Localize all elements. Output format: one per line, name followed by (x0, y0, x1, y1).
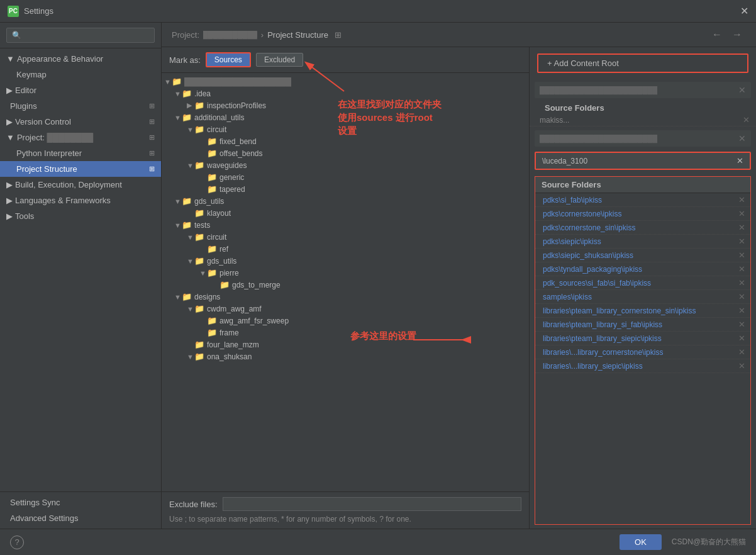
folder-icon: 📁 (194, 340, 204, 349)
tree-node[interactable]: 📁 four_lane_mzm (162, 339, 529, 350)
close-icon[interactable]: ✕ (738, 334, 745, 343)
tree-node[interactable]: 📁 generic (162, 171, 529, 183)
sidebar-item-editor[interactable]: ▶ Editor (0, 82, 161, 98)
sidebar-item-keymap[interactable]: Keymap (0, 67, 161, 82)
ok-button[interactable]: OK (620, 534, 662, 550)
close-icon[interactable]: ✕ (738, 195, 745, 205)
close-button[interactable]: ✕ (740, 5, 748, 17)
help-button[interactable]: ? (10, 535, 24, 549)
folder-icon: 📁 (194, 232, 204, 242)
sidebar-item-build[interactable]: ▶ Build, Execution, Deployment (0, 177, 161, 193)
tree-node[interactable]: 📁 fixed_bend (162, 135, 529, 147)
excluded-button[interactable]: Excluded (256, 53, 303, 67)
sidebar-item-project-structure[interactable]: Project Structure ⊞ (0, 161, 161, 177)
source-path: libraries\pteam_library_siepic\ipkiss (543, 334, 662, 343)
tree-node-name: generic (220, 173, 244, 182)
sidebar-item-tools[interactable]: ▶ Tools (0, 208, 161, 224)
exclude-hint: Use ; to separate name patterns, * for a… (169, 515, 521, 524)
expand-arrow: ▼ (164, 78, 170, 86)
expand-arrow: ▼ (6, 133, 14, 142)
close-icon[interactable]: ✕ (737, 156, 743, 165)
sidebar-nav: ▼ Appearance & Behavior Keymap ▶ Editor … (0, 48, 161, 491)
close-icon[interactable]: ✕ (738, 278, 745, 288)
close-icon[interactable]: ✕ (738, 292, 745, 301)
tree-node-name: ref (220, 245, 228, 254)
add-content-root-button[interactable]: + Add Content Root (537, 53, 748, 73)
search-input[interactable] (6, 28, 155, 43)
close-icon[interactable]: ✕ (738, 347, 745, 357)
blurred-root-name: ████████████████████ (184, 77, 291, 86)
content-root-item-blurred1[interactable]: ████████████████████████ ✕ (535, 82, 751, 98)
close-icon[interactable]: ✕ (738, 320, 745, 329)
sidebar-item-settings-sync[interactable]: Settings Sync (0, 495, 161, 510)
folder-icon: 📁 (182, 292, 192, 301)
folder-icon: 📁 (194, 125, 204, 134)
tree-node[interactable]: 📁 tapered (162, 183, 529, 195)
tree-node[interactable]: ▼ 📁 designs (162, 291, 529, 303)
tree-node[interactable]: ▶ 📁 inspectionProfiles (162, 99, 529, 111)
tree-node-name: pierre (220, 269, 239, 278)
tree-node[interactable]: 📁 klayout (162, 207, 529, 219)
tree-node-name: gds_utils (194, 197, 224, 206)
tree-node[interactable]: ▼ 📁 cwdm_awg_amf (162, 303, 529, 315)
close-icon[interactable]: ✕ (738, 133, 746, 143)
expand-arrow: ▼ (187, 126, 193, 133)
sidebar-item-version-control[interactable]: ▶ Version Control ⊞ (0, 114, 161, 130)
tree-node-name: .idea (194, 89, 211, 98)
tree-node[interactable]: 📁 gds_to_merge (162, 279, 529, 291)
sidebar-item-label: Keymap (16, 70, 47, 79)
tree-node[interactable]: 📁 ref (162, 243, 529, 255)
vc-indicator: ⊞ (149, 118, 155, 126)
close-icon[interactable]: ✕ (743, 115, 750, 125)
close-icon[interactable]: ✕ (738, 209, 745, 218)
exclude-input[interactable] (223, 497, 521, 511)
content-root-item-blurred2[interactable]: ████████████████████████ ✕ (535, 130, 751, 147)
breadcrumb-current: Project Structure (267, 30, 328, 40)
sidebar-item-plugins[interactable]: Plugins ⊞ (0, 98, 161, 114)
sidebar-item-label: Plugins (10, 101, 37, 111)
tree-node[interactable]: ▼ 📁 tests (162, 219, 529, 231)
source-entry-11: libraries\...library_cornerstone\ipkiss … (535, 345, 750, 359)
source-path: pdks\siepic_shuksan\ipkiss (543, 251, 633, 260)
source-entry-6: pdk_sources\si_fab\si_fab\ipkiss ✕ (535, 276, 750, 290)
nav-back-button[interactable]: ← (708, 28, 726, 42)
close-icon[interactable]: ✕ (738, 264, 745, 274)
python-indicator: ⊞ (149, 149, 155, 157)
sidebar-item-python-interpreter[interactable]: Python Interpreter ⊞ (0, 145, 161, 161)
tree-node[interactable]: 📁 awg_amf_fsr_sweep (162, 315, 529, 327)
tree-node-name: fixed_bend (220, 137, 257, 146)
tree-node-name: four_lane_mzm (207, 340, 259, 349)
nav-forward-button[interactable]: → (728, 28, 746, 42)
close-icon[interactable]: ✕ (738, 237, 745, 246)
sidebar-item-appearance[interactable]: ▼ Appearance & Behavior (0, 51, 161, 67)
sidebar-item-advanced-settings[interactable]: Advanced Settings (0, 510, 161, 526)
tree-node[interactable]: ▼ 📁 ████████████████████ (162, 76, 529, 87)
close-icon[interactable]: ✕ (738, 223, 745, 232)
folder-icon: 📁 (207, 149, 217, 158)
tree-node[interactable]: 📁 offset_bends (162, 147, 529, 159)
tree-node[interactable]: ▼ 📁 gds_utils (162, 195, 529, 207)
source-folder-makiss: makiss... ✕ (530, 114, 756, 126)
sidebar-item-project[interactable]: ▼ Project: ████████ ⊞ (0, 130, 161, 145)
close-icon[interactable]: ✕ (738, 250, 745, 260)
close-icon[interactable]: ✕ (738, 85, 746, 95)
sidebar-item-label: Python Interpreter (16, 149, 82, 158)
close-icon[interactable]: ✕ (738, 306, 745, 315)
sources-button[interactable]: Sources (206, 52, 251, 67)
folder-icon: 📁 (207, 184, 217, 194)
sidebar-bottom: Settings Sync Advanced Settings (0, 491, 161, 529)
tree-node[interactable]: ▼ 📁 circuit (162, 123, 529, 135)
tree-node[interactable]: ▼ 📁 ona_shuksan (162, 350, 529, 362)
tree-node[interactable]: 📁 frame (162, 327, 529, 339)
tree-node[interactable]: ▼ 📁 waveguides (162, 159, 529, 171)
tree-node[interactable]: ▼ 📁 circuit (162, 231, 529, 243)
exclude-label: Exclude files: (169, 500, 218, 509)
tree-node[interactable]: ▼ 📁 .idea (162, 87, 529, 99)
tree-node[interactable]: ▼ 📁 pierre (162, 267, 529, 279)
sidebar-item-languages[interactable]: ▶ Languages & Frameworks (0, 193, 161, 208)
close-icon[interactable]: ✕ (738, 361, 745, 371)
tree-node[interactable]: ▼ 📁 additional_utils (162, 111, 529, 123)
tree-node[interactable]: ▼ 📁 gds_utils (162, 255, 529, 267)
sidebar-item-label: Languages & Frameworks (15, 196, 111, 205)
expand-arrow: ▼ (174, 221, 181, 229)
